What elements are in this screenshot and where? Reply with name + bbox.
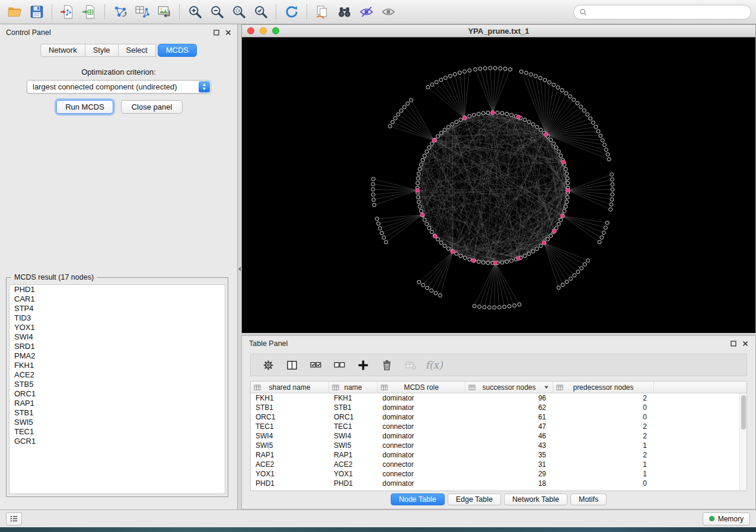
tab-style[interactable]: Style bbox=[85, 44, 119, 57]
mcds-result-item[interactable]: RAP1 bbox=[9, 399, 225, 408]
column-header-shared-name[interactable]: shared name bbox=[251, 382, 329, 393]
table-row[interactable]: SWI4SWI4dominator462 bbox=[251, 431, 747, 441]
network-window: YPA_prune.txt_1 bbox=[241, 24, 756, 333]
table-row[interactable]: ORC1ORC1dominator610 bbox=[251, 412, 747, 422]
mcds-result-item[interactable]: STP4 bbox=[9, 304, 225, 313]
table-row[interactable]: STB1STB1dominator620 bbox=[251, 403, 747, 412]
show-columns-button[interactable] bbox=[280, 355, 303, 374]
mcds-result-item[interactable]: CAR1 bbox=[9, 294, 225, 304]
mcds-result-item[interactable]: STB5 bbox=[9, 380, 225, 389]
cell-shared-name: ORC1 bbox=[251, 412, 329, 422]
maximize-window-icon[interactable] bbox=[272, 27, 279, 34]
tab-mcds[interactable]: MCDS bbox=[158, 44, 197, 57]
cell-shared-name: FKH1 bbox=[251, 393, 329, 403]
mcds-result-item[interactable]: PMA2 bbox=[9, 351, 225, 361]
tab-network[interactable]: Network bbox=[40, 44, 85, 57]
control-panel-tabs: NetworkStyleSelectMCDS bbox=[0, 44, 237, 57]
import-table-disabled-button bbox=[399, 355, 422, 374]
table-row[interactable]: PHD1PHD1dominator180 bbox=[251, 479, 747, 488]
mcds-result-item[interactable]: ACE2 bbox=[9, 370, 225, 380]
mcds-result-item[interactable]: SRD1 bbox=[9, 342, 225, 351]
control-panel: Control Panel NetworkStyleSelectMCDS Opt… bbox=[0, 24, 238, 509]
zoom-selected-button[interactable] bbox=[250, 2, 272, 22]
show-all-button[interactable] bbox=[377, 2, 399, 22]
import-table-file-button[interactable] bbox=[78, 2, 100, 22]
cell-successor-nodes: 47 bbox=[465, 422, 553, 431]
dropdown-stepper-icon bbox=[199, 81, 210, 92]
float-panel-icon[interactable] bbox=[213, 30, 219, 36]
save-session-icon bbox=[29, 4, 44, 20]
mcds-result-item[interactable]: STB1 bbox=[9, 408, 225, 418]
mcds-result-item[interactable]: TID3 bbox=[9, 313, 225, 323]
tab-select[interactable]: Select bbox=[119, 44, 156, 57]
close-panel-button[interactable]: Close panel bbox=[121, 100, 183, 114]
memory-button[interactable]: Memory bbox=[703, 512, 750, 525]
run-mcds-button[interactable]: Run MCDS bbox=[56, 100, 113, 114]
table-row[interactable]: ACE2ACE2connector311 bbox=[251, 460, 747, 469]
column-header-successor-nodes[interactable]: successor nodes bbox=[465, 382, 553, 393]
table-row[interactable]: RAP1RAP1dominator352 bbox=[251, 450, 747, 460]
table-row[interactable]: YOX1YOX1connector291 bbox=[251, 469, 747, 479]
zoom-out-button[interactable] bbox=[206, 2, 228, 22]
zoom-in-button[interactable] bbox=[184, 2, 206, 22]
search-box[interactable] bbox=[573, 5, 751, 20]
tab-edge-table[interactable]: Edge Table bbox=[448, 493, 501, 505]
clear-checks-button[interactable] bbox=[328, 355, 350, 374]
export-image-button[interactable] bbox=[153, 2, 175, 22]
close-table-panel-icon[interactable] bbox=[742, 341, 748, 347]
close-panel-icon[interactable] bbox=[225, 30, 231, 36]
mcds-result-item[interactable]: GCR1 bbox=[9, 437, 225, 446]
mcds-result-item[interactable]: PHD1 bbox=[9, 285, 225, 294]
delete-row-button[interactable] bbox=[375, 355, 398, 374]
minimize-window-icon[interactable] bbox=[260, 27, 267, 34]
network-titlebar[interactable]: YPA_prune.txt_1 bbox=[242, 25, 755, 37]
close-window-icon[interactable] bbox=[247, 27, 254, 34]
import-network-file-button[interactable] bbox=[56, 2, 78, 22]
toolbar-separator bbox=[104, 4, 105, 20]
table-row[interactable]: SWI5SWI5connector431 bbox=[251, 441, 747, 450]
save-session-button[interactable] bbox=[25, 2, 47, 22]
settings-gear-button[interactable] bbox=[257, 355, 279, 374]
table-row[interactable]: FKH1FKH1dominator962 bbox=[251, 393, 747, 403]
tab-motifs[interactable]: Motifs bbox=[570, 493, 607, 505]
tab-network-table[interactable]: Network Table bbox=[504, 493, 567, 505]
mcds-result-item[interactable]: YOX1 bbox=[9, 323, 225, 332]
mcds-result-item[interactable]: ORC1 bbox=[9, 389, 225, 399]
column-label: name bbox=[344, 383, 362, 392]
column-header-MCDS-role[interactable]: MCDS role bbox=[378, 382, 465, 393]
table-scrollbar[interactable] bbox=[739, 393, 747, 491]
search-binoculars-button[interactable] bbox=[333, 2, 355, 22]
hide-selected-button[interactable] bbox=[355, 2, 377, 22]
toolbar-separator bbox=[52, 4, 52, 20]
column-grid-icon bbox=[468, 384, 476, 391]
add-row-button[interactable] bbox=[352, 355, 374, 374]
table-row[interactable]: TEC1TEC1connector472 bbox=[251, 422, 747, 431]
network-from-table-button[interactable] bbox=[131, 2, 153, 22]
select-all-checks-button[interactable] bbox=[304, 355, 327, 374]
column-header-predecessor-nodes[interactable]: predecessor nodes bbox=[553, 382, 654, 393]
mcds-result-list[interactable]: PHD1CAR1STP4TID3YOX1SWI4SRD1PMA2FKH1ACE2… bbox=[9, 284, 225, 494]
copy-share-button[interactable] bbox=[311, 2, 333, 22]
open-file-button[interactable] bbox=[4, 2, 25, 22]
column-header-name[interactable]: name bbox=[329, 382, 378, 393]
search-input[interactable] bbox=[590, 8, 745, 17]
criterion-dropdown[interactable]: largest connected component (undirected) bbox=[27, 80, 211, 94]
column-label: predecessor nodes bbox=[573, 383, 633, 392]
zoom-fit-button[interactable] bbox=[228, 2, 250, 22]
cell-name: STB1 bbox=[329, 403, 378, 412]
settings-gear-icon bbox=[262, 359, 275, 371]
cell-name: FKH1 bbox=[329, 393, 378, 403]
float-table-panel-icon[interactable] bbox=[731, 341, 736, 347]
refresh-layout-button[interactable] bbox=[280, 2, 302, 22]
status-list-button[interactable] bbox=[6, 512, 22, 525]
table-body: FKH1FKH1dominator962STB1STB1dominator620… bbox=[251, 393, 747, 488]
tab-node-table[interactable]: Node Table bbox=[391, 493, 445, 505]
mcds-result-item[interactable]: SWI5 bbox=[9, 418, 225, 427]
scrollbar-thumb[interactable] bbox=[741, 395, 746, 430]
network-canvas[interactable] bbox=[242, 37, 755, 332]
new-network-button[interactable] bbox=[109, 2, 131, 22]
mcds-result-item[interactable]: SWI4 bbox=[9, 332, 225, 342]
filter-chevron-icon[interactable] bbox=[544, 386, 549, 389]
mcds-result-item[interactable]: FKH1 bbox=[9, 361, 225, 370]
mcds-result-item[interactable]: TEC1 bbox=[9, 427, 225, 437]
